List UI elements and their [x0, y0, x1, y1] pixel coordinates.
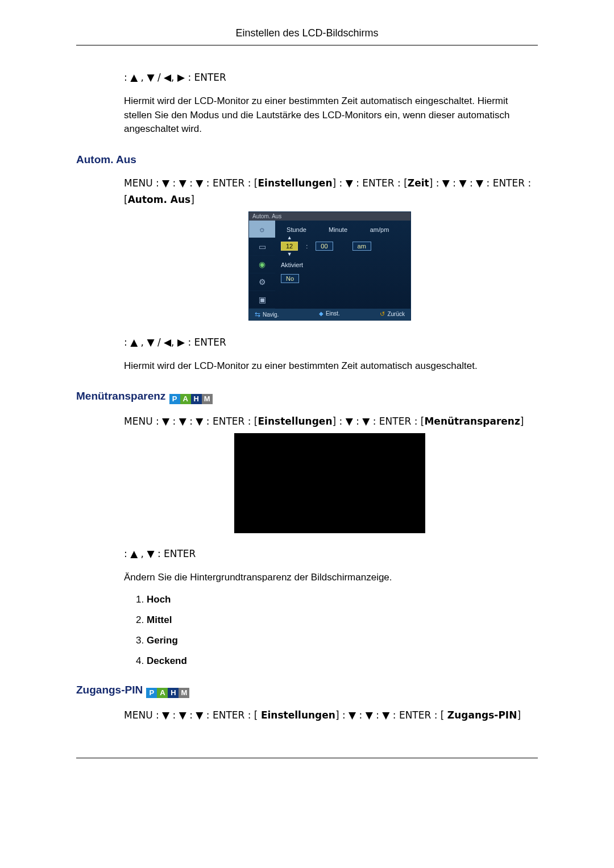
section-title-menutransparenz: Menütransparenz PAHM	[76, 390, 538, 404]
osd-foot-back: Zurück	[380, 310, 405, 318]
list-item: Mittel	[147, 614, 536, 626]
badge-p-icon: P	[146, 688, 157, 698]
badge-m-icon: M	[202, 394, 213, 404]
osd-tab-1[interactable]: ☼	[249, 221, 275, 238]
intro-paragraph: Hiermit wird der LCD-Monitor zu einer be…	[124, 94, 536, 136]
osd-col-ampm: am/pm	[364, 226, 395, 233]
badge-a-icon: A	[180, 394, 191, 404]
osd-tab-5[interactable]: ▣	[249, 291, 275, 309]
down-arrow-icon[interactable]: ▼	[287, 252, 292, 257]
badge-h-icon: H	[191, 394, 202, 404]
page-header: Einstellen des LCD-Bildschirms	[76, 27, 538, 45]
badge-p-icon: P	[169, 394, 180, 404]
osd-tabs: ☼ ▭ ◉ ⚙ ▣	[249, 221, 275, 309]
osd-col-minute: Minute	[322, 226, 354, 233]
list-item: Gering	[147, 635, 536, 646]
osd-autom-aus: Autom. Aus ☼ ▭ ◉ ⚙ ▣ Stunde Minute am/pm	[248, 211, 411, 321]
menutrans-description: Ändern Sie die Hintergrundtransparenz de…	[124, 571, 536, 585]
osd-foot-set: Einst.	[319, 310, 340, 318]
osd-hour-field[interactable]: 12	[281, 242, 298, 251]
osd-tab-4[interactable]: ⚙	[249, 273, 275, 291]
nav-hint: : ▲ , ▼ / ◀, ▶ : ENTER	[124, 337, 536, 348]
menutrans-options: Hoch Mittel Gering Deckend	[138, 594, 536, 667]
osd-col-hour: Stunde	[281, 226, 312, 233]
pahm-badges: PAHM	[146, 686, 189, 698]
osd-menutransparenz-placeholder	[234, 433, 425, 533]
osd-activated-value[interactable]: No	[281, 274, 299, 283]
section-title-zugangs-pin: Zugangs-PIN PAHM	[76, 684, 538, 698]
up-arrow-icon[interactable]: ▲	[287, 235, 292, 240]
badge-h-icon: H	[168, 688, 179, 698]
nav-hint: : ▲ , ▼ : ENTER	[124, 548, 536, 559]
osd-colon: :	[306, 243, 308, 250]
badge-a-icon: A	[157, 688, 168, 698]
osd-foot-nav: Navig.	[255, 310, 279, 318]
badge-m-icon: M	[179, 688, 189, 698]
osd-activated-label: Aktiviert	[281, 261, 406, 268]
menu-path-autom-aus: MENU : ▼ : ▼ : ▼ : ENTER : [Einstellunge…	[124, 175, 536, 208]
list-item: Hoch	[147, 594, 536, 605]
autom-aus-description: Hiermit wird der LCD-Monitor zu einer be…	[124, 359, 536, 373]
osd-minute-field[interactable]: 00	[316, 242, 333, 251]
menu-path-zugangs-pin: MENU : ▼ : ▼ : ▼ : ENTER : [ Einstellung…	[124, 707, 536, 724]
osd-ampm-field[interactable]: am	[352, 242, 371, 251]
menu-path-menutransparenz: MENU : ▼ : ▼ : ▼ : ENTER : [Einstellunge…	[124, 413, 536, 430]
osd-tab-3[interactable]: ◉	[249, 256, 275, 273]
page-title: Einstellen des LCD-Bildschirms	[235, 27, 378, 39]
osd-tab-2[interactable]: ▭	[249, 238, 275, 256]
page-footer-rule	[76, 758, 538, 758]
section-title-autom-aus: Autom. Aus	[76, 153, 538, 166]
list-item: Deckend	[147, 655, 536, 667]
pahm-badges: PAHM	[169, 392, 213, 404]
osd-footer: Navig. Einst. Zurück	[249, 309, 410, 320]
nav-hint: : ▲ , ▼ / ◀, ▶ : ENTER	[124, 72, 536, 83]
osd-title: Autom. Aus	[249, 212, 410, 221]
